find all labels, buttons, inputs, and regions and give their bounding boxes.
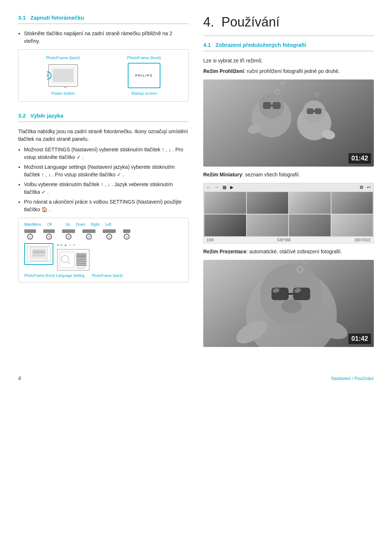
mainmenu-label: MainMenu bbox=[24, 222, 41, 226]
language-diagram: MainMenu OK Up Down Right Left ⊙ bbox=[18, 218, 189, 282]
svg-rect-33 bbox=[307, 108, 314, 114]
svg-line-15 bbox=[68, 262, 70, 264]
lang-front-footer-label: PhotoFrame (front) Language Setting bbox=[24, 274, 85, 278]
svg-rect-34 bbox=[315, 108, 322, 114]
page-category: Nastavení / Používání bbox=[331, 376, 374, 381]
down-icon-rect bbox=[82, 229, 95, 233]
section-31-item: Stiskněte tlačítko napájení na zadní str… bbox=[24, 30, 189, 45]
svg-point-14 bbox=[61, 255, 69, 263]
section-41-intro: Lze si vybrat ze tří režimů: bbox=[203, 57, 374, 65]
left-icon-group: ⊙ bbox=[123, 229, 130, 240]
left-label: Left bbox=[105, 222, 111, 226]
lang-back-frame-svg: PHILIPS bbox=[57, 249, 90, 271]
up-icon-circle: ⊙ bbox=[66, 234, 72, 240]
thumbnail-grid bbox=[204, 191, 373, 237]
thumb-size: 549*366 bbox=[277, 238, 291, 242]
toolbar-grid-icon[interactable]: ▦ bbox=[222, 185, 226, 190]
svg-rect-11 bbox=[33, 255, 45, 256]
right-label: Right bbox=[91, 222, 99, 226]
thumb-8 bbox=[331, 214, 373, 236]
toolbar-arrow-right[interactable]: → bbox=[215, 185, 219, 190]
svg-rect-22 bbox=[77, 263, 86, 264]
lang-frame-front bbox=[24, 243, 53, 265]
svg-rect-18 bbox=[77, 255, 86, 257]
lang-front-svg bbox=[30, 247, 48, 261]
svg-rect-20 bbox=[77, 259, 86, 260]
lang-content-row: ●●▲✓↩ bbox=[24, 243, 183, 271]
svg-rect-29 bbox=[273, 102, 281, 109]
lang-icon-row: ⊙ ⊙ ⊙ ⊙ bbox=[24, 229, 183, 240]
svg-rect-17 bbox=[77, 254, 86, 255]
svg-rect-10 bbox=[33, 253, 45, 254]
thumb-grid-toolbar: ← → ▦ ▶ ⊠ ↩ bbox=[204, 183, 373, 191]
down-icon-group: ⊙ bbox=[82, 229, 95, 240]
thumb-7 bbox=[289, 214, 331, 236]
thumb-1 bbox=[204, 192, 246, 214]
ok-icon-rect bbox=[43, 229, 55, 233]
ok-icon-circle: ⊙ bbox=[46, 234, 52, 240]
svg-text:PHILIPS: PHILIPS bbox=[77, 267, 85, 269]
photoframe-back-svg bbox=[47, 63, 79, 88]
lang-back-icons: ●●▲✓↩ bbox=[57, 243, 90, 271]
section-31-heading: 3.1 Zapnutí fotorámečku bbox=[18, 15, 189, 21]
toolbar-arrow-left[interactable]: ← bbox=[207, 185, 211, 190]
ok-icon-group: ⊙ bbox=[43, 229, 55, 240]
thumb-grid-footer: 1/98 549*366 2007/03/2 bbox=[204, 237, 373, 243]
thumb-5 bbox=[204, 214, 246, 236]
mainmenu-icon-group: ⊙ bbox=[24, 229, 36, 240]
lang-back-footer-label: PhotoFrame (back) bbox=[92, 274, 123, 278]
section-41-mode1: Režim Prohlížení: ruční prohlížení fotog… bbox=[203, 68, 374, 75]
section-31: 3.1 Zapnutí fotorámečku Stiskněte tlačít… bbox=[18, 15, 189, 102]
svg-rect-13 bbox=[60, 252, 74, 268]
section-41-heading: 4.1 Zobrazení předuložených fotografií bbox=[203, 42, 374, 48]
thumb-date: 2007/03/2 bbox=[354, 238, 371, 242]
back-frame-svg bbox=[47, 63, 79, 88]
lang-frame-inner bbox=[27, 246, 50, 262]
photo-timer-3: 01:42 bbox=[348, 334, 371, 344]
svg-rect-5 bbox=[47, 74, 49, 77]
down-icon-circle: ⊙ bbox=[86, 234, 92, 240]
back-label: PhotoFrame (back) bbox=[46, 56, 80, 60]
photoframe-back-item: PhotoFrame (back) bbox=[46, 56, 80, 95]
svg-rect-23 bbox=[77, 265, 86, 266]
left-column: 3.1 Zapnutí fotorámečku Stiskněte tlačít… bbox=[18, 15, 189, 358]
section-32: 3.2 Výběr jazyka Tlačítka nabídky jsou n… bbox=[18, 113, 189, 282]
thumb-3 bbox=[289, 192, 331, 214]
section-32-divider bbox=[18, 122, 189, 122]
svg-rect-19 bbox=[77, 257, 86, 258]
toolbar-zoom-icon[interactable]: ⊠ bbox=[360, 185, 363, 190]
svg-rect-8 bbox=[33, 250, 45, 251]
lang-frame-back-wrap: ●●▲✓↩ bbox=[57, 243, 90, 271]
section-32-heading: 3.2 Výběr jazyka bbox=[18, 113, 189, 119]
page-footer: 4 Nastavení / Používání bbox=[18, 372, 374, 381]
toolbar-back-icon[interactable]: ↩ bbox=[367, 185, 371, 190]
section-41: 4.1 Zobrazení předuložených fotografií L… bbox=[203, 42, 374, 347]
section-41-divider bbox=[203, 51, 374, 51]
right-column: 4. Používání 4.1 Zobrazení předuložených… bbox=[203, 15, 374, 358]
section-41-mode2: Režim Miniatury: seznam všech fotografií… bbox=[203, 171, 374, 179]
thumb-6 bbox=[247, 214, 289, 236]
section-31-divider bbox=[18, 24, 189, 24]
thumb-4 bbox=[331, 192, 373, 214]
right-icon-circle: ⊙ bbox=[106, 234, 112, 240]
section-32-item-3: Volbu vyberete stisknutím tlačítek ↑ , ↓… bbox=[24, 181, 189, 196]
photoframe-diagram: PhotoFrame (back) bbox=[18, 49, 189, 102]
chapter-heading-block: 4. Používání bbox=[203, 15, 374, 36]
svg-rect-9 bbox=[33, 252, 45, 253]
up-label: Up bbox=[65, 222, 70, 226]
left-icon-circle: ⊙ bbox=[124, 234, 130, 240]
section-32-item-4: Pro návrat a ukončení práce s volbou SET… bbox=[24, 198, 189, 213]
photoframe-front-item: PhotoFrame (front) PHILIPS Startup scree… bbox=[127, 56, 161, 95]
lang-footer-labels: PhotoFrame (front) Language Setting Phot… bbox=[24, 274, 183, 278]
page-number: 4 bbox=[18, 375, 21, 381]
svg-rect-21 bbox=[77, 261, 86, 262]
lang-top-labels: MainMenu OK Up Down Right Left bbox=[24, 222, 183, 226]
lang-back-icon-row: ●●▲✓↩ bbox=[57, 243, 90, 247]
mainmenu-icon-rect bbox=[24, 229, 36, 233]
right-icon-group: ⊙ bbox=[103, 229, 116, 240]
left-icon-rect bbox=[123, 229, 130, 233]
toolbar-play-icon[interactable]: ▶ bbox=[230, 185, 233, 190]
right-icon-rect bbox=[103, 229, 116, 233]
thumb-count: 1/98 bbox=[207, 238, 213, 242]
up-icon-group: ⊙ bbox=[62, 229, 75, 240]
